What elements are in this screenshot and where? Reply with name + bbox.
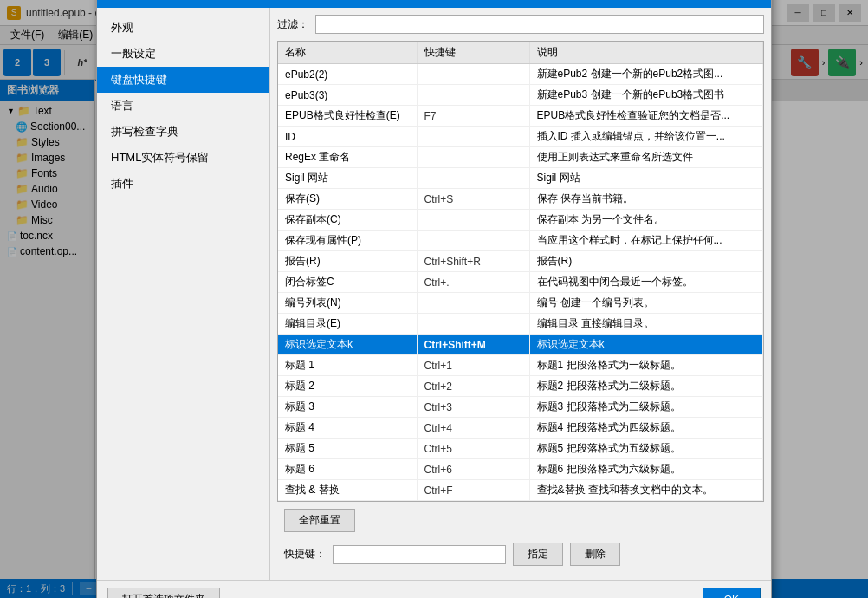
shortcuts-table: 名称 快捷键 说明 ePub2(2)新建ePub2 创建一个新的ePub2格式图… <box>278 42 763 501</box>
pref-item-html-entities[interactable]: HTML实体符号保留 <box>97 145 269 171</box>
cell-desc: 在代码视图中闭合最近一个标签。 <box>529 272 763 293</box>
ok-button[interactable]: OK <box>703 588 761 598</box>
cell-name: ePub2(2) <box>278 64 417 85</box>
pref-item-spellcheck[interactable]: 拼写检查字典 <box>97 119 269 145</box>
dialog-title-bar: ⚙ 首选项 ✕ <box>97 0 771 8</box>
table-row[interactable]: 保存副本(C)保存副本 为另一个文件名。 <box>278 210 763 231</box>
cell-name: 报告(R) <box>278 251 417 272</box>
pref-item-appearance[interactable]: 外观 <box>97 15 269 41</box>
assign-button[interactable]: 指定 <box>513 543 563 566</box>
cell-shortcut: Ctrl+4 <box>417 418 529 439</box>
cell-desc: 标题4 把段落格式为四级标题。 <box>529 418 763 439</box>
cell-shortcut: Ctrl+3 <box>417 397 529 418</box>
cell-desc: 使用正则表达式来重命名所选文件 <box>529 147 763 168</box>
cell-name: ID <box>278 127 417 147</box>
bottom-area: 全部重置 快捷键： 指定 删除 <box>277 502 764 573</box>
open-prefs-button[interactable]: 打开首选项文件夹 <box>107 588 220 598</box>
cell-name: 标题 2 <box>278 376 417 397</box>
modal-overlay: ⚙ 首选项 ✕ 外观 一般设定 键盘快捷键 语言 拼写检查字典 HTML实体符号… <box>0 0 868 598</box>
filter-input[interactable] <box>315 15 764 34</box>
reset-row: 全部重置 <box>284 509 757 532</box>
cell-desc: 新建ePub3 创建一个新的ePub3格式图书 <box>529 85 763 106</box>
pref-item-general[interactable]: 一般设定 <box>97 41 269 67</box>
cell-name: 标题 6 <box>278 459 417 480</box>
cell-name: 标题 4 <box>278 418 417 439</box>
cell-desc: 查找&替换 查找和替换文档中的文本。 <box>529 480 763 501</box>
dialog-body: 外观 一般设定 键盘快捷键 语言 拼写检查字典 HTML实体符号保留 插件 过滤… <box>97 8 771 580</box>
col-name[interactable]: 名称 <box>278 42 417 64</box>
col-desc[interactable]: 说明 <box>529 42 763 64</box>
cell-name: ePub3(3) <box>278 85 417 106</box>
table-row[interactable]: 标题 1Ctrl+1标题1 把段落格式为一级标题。 <box>278 355 763 376</box>
dialog-left-panel: 外观 一般设定 键盘快捷键 语言 拼写检查字典 HTML实体符号保留 插件 <box>97 8 270 580</box>
cell-shortcut: Ctrl+5 <box>417 439 529 459</box>
shortcut-label: 快捷键： <box>284 547 326 562</box>
cell-desc: 标题5 把段落格式为五级标题。 <box>529 439 763 459</box>
table-row[interactable]: 编号列表(N)编号 创建一个编号列表。 <box>278 293 763 314</box>
cell-name: 查找 & 替换 <box>278 480 417 501</box>
cell-shortcut <box>417 210 529 231</box>
cell-desc: Sigil 网站 <box>529 168 763 189</box>
cell-desc: 当应用这个样式时，在标记上保护任何... <box>529 231 763 251</box>
cell-desc: 编号 创建一个编号列表。 <box>529 293 763 314</box>
pref-item-language[interactable]: 语言 <box>97 93 269 119</box>
dialog-footer: 打开首选项文件夹 OK <box>97 580 771 598</box>
cell-shortcut <box>417 64 529 85</box>
cell-desc: 标题6 把段落格式为六级标题。 <box>529 459 763 480</box>
cell-name: 标题 1 <box>278 355 417 376</box>
shortcut-row: 快捷键： 指定 删除 <box>284 543 757 566</box>
cell-shortcut: Ctrl+6 <box>417 459 529 480</box>
table-row[interactable]: 闭合标签CCtrl+.在代码视图中闭合最近一个标签。 <box>278 272 763 293</box>
delete-button[interactable]: 删除 <box>570 543 620 566</box>
cell-shortcut: Ctrl+2 <box>417 376 529 397</box>
table-row[interactable]: 编辑目录(E)编辑目录 直接编辑目录。 <box>278 314 763 335</box>
cell-desc: 保存 保存当前书籍。 <box>529 189 763 210</box>
cell-desc: 编辑目录 直接编辑目录。 <box>529 314 763 335</box>
table-row[interactable]: 标题 5Ctrl+5标题5 把段落格式为五级标题。 <box>278 439 763 459</box>
dialog-close-button[interactable]: ✕ <box>740 0 761 4</box>
preferences-dialog: ⚙ 首选项 ✕ 外观 一般设定 键盘快捷键 语言 拼写检查字典 HTML实体符号… <box>96 0 772 598</box>
table-row[interactable]: 标识选定文本kCtrl+Shift+M标识选定文本k <box>278 335 763 355</box>
cell-desc: 标识选定文本k <box>529 335 763 355</box>
cell-name: Sigil 网站 <box>278 168 417 189</box>
cell-desc: 报告(R) <box>529 251 763 272</box>
cell-desc: 插入ID 插入或编辑锚点，并给该位置一... <box>529 127 763 147</box>
table-row[interactable]: 标题 2Ctrl+2标题2 把段落格式为二级标题。 <box>278 376 763 397</box>
table-row[interactable]: 查找 & 替换Ctrl+F查找&替换 查找和替换文档中的文本。 <box>278 480 763 501</box>
table-row[interactable]: 保存(S)Ctrl+S保存 保存当前书籍。 <box>278 189 763 210</box>
table-row[interactable]: 标题 4Ctrl+4标题4 把段落格式为四级标题。 <box>278 418 763 439</box>
table-row[interactable]: ePub2(2)新建ePub2 创建一个新的ePub2格式图... <box>278 64 763 85</box>
cell-name: 保存副本(C) <box>278 210 417 231</box>
table-row[interactable]: ID插入ID 插入或编辑锚点，并给该位置一... <box>278 127 763 147</box>
shortcut-input[interactable] <box>333 545 506 564</box>
table-row[interactable]: 标题 6Ctrl+6标题6 把段落格式为六级标题。 <box>278 459 763 480</box>
filter-label: 过滤： <box>277 17 308 32</box>
table-row[interactable]: 保存现有属性(P)当应用这个样式时，在标记上保护任何... <box>278 231 763 251</box>
cell-shortcut: Ctrl+Shift+R <box>417 251 529 272</box>
cell-desc: 新建ePub2 创建一个新的ePub2格式图... <box>529 64 763 85</box>
cell-name: RegEx 重命名 <box>278 147 417 168</box>
col-shortcut[interactable]: 快捷键 <box>417 42 529 64</box>
dialog-right-panel: 过滤： 名称 快捷键 说明 ePub2(2 <box>270 8 771 580</box>
table-row[interactable]: Sigil 网站Sigil 网站 <box>278 168 763 189</box>
cell-name: 编辑目录(E) <box>278 314 417 335</box>
cell-shortcut: Ctrl+Shift+M <box>417 335 529 355</box>
table-row[interactable]: RegEx 重命名使用正则表达式来重命名所选文件 <box>278 147 763 168</box>
shortcuts-table-container[interactable]: 名称 快捷键 说明 ePub2(2)新建ePub2 创建一个新的ePub2格式图… <box>277 41 764 502</box>
cell-desc: 保存副本 为另一个文件名。 <box>529 210 763 231</box>
cell-shortcut <box>417 127 529 147</box>
cell-shortcut <box>417 85 529 106</box>
dialog-title-icon: ⚙ <box>107 0 119 1</box>
cell-shortcut: Ctrl+. <box>417 272 529 293</box>
pref-item-plugins[interactable]: 插件 <box>97 171 269 197</box>
table-row[interactable]: 报告(R)Ctrl+Shift+R报告(R) <box>278 251 763 272</box>
table-row[interactable]: 标题 3Ctrl+3标题3 把段落格式为三级标题。 <box>278 397 763 418</box>
cell-name: 保存(S) <box>278 189 417 210</box>
cell-shortcut <box>417 231 529 251</box>
filter-row: 过滤： <box>277 15 764 34</box>
table-row[interactable]: EPUB格式良好性检查(E)F7EPUB格式良好性检查验证您的文档是否... <box>278 106 763 127</box>
table-row[interactable]: ePub3(3)新建ePub3 创建一个新的ePub3格式图书 <box>278 85 763 106</box>
pref-item-keyboard[interactable]: 键盘快捷键 <box>97 67 269 93</box>
reset-all-button[interactable]: 全部重置 <box>284 509 355 532</box>
cell-shortcut <box>417 314 529 335</box>
